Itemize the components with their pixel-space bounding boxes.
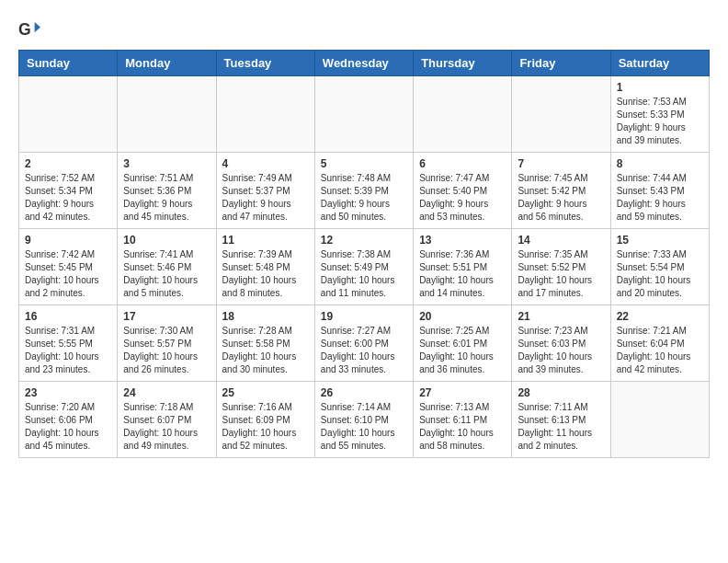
day-info: Sunrise: 7:30 AM Sunset: 5:57 PM Dayligh… [123, 325, 210, 376]
logo: G [18, 18, 44, 40]
day-number: 12 [321, 234, 407, 247]
day-info: Sunrise: 7:25 AM Sunset: 6:01 PM Dayligh… [419, 325, 506, 376]
day-info: Sunrise: 7:27 AM Sunset: 6:00 PM Dayligh… [321, 325, 407, 376]
calendar-cell: 4Sunrise: 7:49 AM Sunset: 5:37 PM Daylig… [216, 153, 314, 229]
day-number: 19 [321, 310, 407, 323]
day-info: Sunrise: 7:45 AM Sunset: 5:42 PM Dayligh… [518, 172, 604, 224]
svg-marker-1 [35, 22, 40, 32]
day-number: 26 [321, 386, 407, 399]
day-info: Sunrise: 7:47 AM Sunset: 5:40 PM Dayligh… [419, 172, 506, 224]
day-number: 14 [518, 234, 604, 247]
calendar-cell: 25Sunrise: 7:16 AM Sunset: 6:09 PM Dayli… [216, 382, 314, 458]
calendar-cell: 1Sunrise: 7:53 AM Sunset: 5:33 PM Daylig… [610, 76, 709, 153]
calendar-table: SundayMondayTuesdayWednesdayThursdayFrid… [18, 50, 710, 458]
day-info: Sunrise: 7:14 AM Sunset: 6:10 PM Dayligh… [321, 401, 407, 453]
calendar-cell: 28Sunrise: 7:11 AM Sunset: 6:13 PM Dayli… [512, 382, 610, 458]
calendar-cell [610, 382, 709, 458]
day-info: Sunrise: 7:35 AM Sunset: 5:52 PM Dayligh… [518, 248, 604, 300]
day-number: 7 [518, 157, 604, 170]
calendar-cell: 6Sunrise: 7:47 AM Sunset: 5:40 PM Daylig… [414, 153, 512, 229]
calendar-cell: 10Sunrise: 7:41 AM Sunset: 5:46 PM Dayli… [118, 229, 216, 305]
day-number: 2 [25, 157, 111, 170]
day-header-friday: Friday [512, 51, 610, 76]
calendar-cell: 18Sunrise: 7:28 AM Sunset: 5:58 PM Dayli… [216, 305, 314, 382]
day-info: Sunrise: 7:16 AM Sunset: 6:09 PM Dayligh… [222, 401, 309, 453]
header: G [18, 18, 710, 40]
calendar-cell: 20Sunrise: 7:25 AM Sunset: 6:01 PM Dayli… [414, 305, 512, 382]
day-header-sunday: Sunday [19, 51, 118, 76]
calendar-cell: 15Sunrise: 7:33 AM Sunset: 5:54 PM Dayli… [610, 229, 709, 305]
calendar-cell: 22Sunrise: 7:21 AM Sunset: 6:04 PM Dayli… [610, 305, 709, 382]
calendar-cell: 9Sunrise: 7:42 AM Sunset: 5:45 PM Daylig… [19, 229, 118, 305]
day-info: Sunrise: 7:18 AM Sunset: 6:07 PM Dayligh… [123, 401, 210, 453]
day-info: Sunrise: 7:48 AM Sunset: 5:39 PM Dayligh… [321, 172, 407, 224]
day-number: 24 [123, 386, 210, 399]
calendar-cell: 26Sunrise: 7:14 AM Sunset: 6:10 PM Dayli… [314, 382, 413, 458]
calendar-week-row: 23Sunrise: 7:20 AM Sunset: 6:06 PM Dayli… [19, 382, 710, 458]
day-number: 22 [617, 310, 703, 323]
logo-icon: G [18, 18, 40, 40]
day-info: Sunrise: 7:53 AM Sunset: 5:33 PM Dayligh… [617, 96, 703, 147]
day-header-thursday: Thursday [414, 51, 512, 76]
day-info: Sunrise: 7:31 AM Sunset: 5:55 PM Dayligh… [25, 325, 111, 376]
day-info: Sunrise: 7:11 AM Sunset: 6:13 PM Dayligh… [518, 401, 604, 453]
day-info: Sunrise: 7:20 AM Sunset: 6:06 PM Dayligh… [25, 401, 111, 453]
calendar-cell: 14Sunrise: 7:35 AM Sunset: 5:52 PM Dayli… [512, 229, 610, 305]
calendar-cell [118, 76, 216, 153]
calendar-header-row: SundayMondayTuesdayWednesdayThursdayFrid… [19, 51, 710, 76]
day-number: 13 [419, 234, 506, 247]
calendar-cell [414, 76, 512, 153]
day-number: 6 [419, 157, 506, 170]
calendar-cell [512, 76, 610, 153]
calendar-cell [19, 76, 118, 153]
day-info: Sunrise: 7:51 AM Sunset: 5:36 PM Dayligh… [123, 172, 210, 224]
calendar-cell: 7Sunrise: 7:45 AM Sunset: 5:42 PM Daylig… [512, 153, 610, 229]
day-number: 3 [123, 157, 210, 170]
day-number: 18 [222, 310, 309, 323]
day-number: 25 [222, 386, 309, 399]
day-number: 16 [25, 310, 111, 323]
day-header-wednesday: Wednesday [314, 51, 413, 76]
day-info: Sunrise: 7:28 AM Sunset: 5:58 PM Dayligh… [222, 325, 309, 376]
day-info: Sunrise: 7:42 AM Sunset: 5:45 PM Dayligh… [25, 248, 111, 300]
calendar-cell: 8Sunrise: 7:44 AM Sunset: 5:43 PM Daylig… [610, 153, 709, 229]
day-header-tuesday: Tuesday [216, 51, 314, 76]
calendar-cell [216, 76, 314, 153]
day-number: 11 [222, 234, 309, 247]
calendar-cell: 21Sunrise: 7:23 AM Sunset: 6:03 PM Dayli… [512, 305, 610, 382]
calendar-cell [314, 76, 413, 153]
day-number: 17 [123, 310, 210, 323]
day-number: 4 [222, 157, 309, 170]
day-info: Sunrise: 7:33 AM Sunset: 5:54 PM Dayligh… [617, 248, 703, 300]
day-info: Sunrise: 7:13 AM Sunset: 6:11 PM Dayligh… [419, 401, 506, 453]
svg-text:G: G [18, 20, 31, 39]
day-info: Sunrise: 7:23 AM Sunset: 6:03 PM Dayligh… [518, 325, 604, 376]
day-info: Sunrise: 7:38 AM Sunset: 5:49 PM Dayligh… [321, 248, 407, 300]
calendar-cell: 24Sunrise: 7:18 AM Sunset: 6:07 PM Dayli… [118, 382, 216, 458]
day-number: 15 [617, 234, 703, 247]
day-number: 27 [419, 386, 506, 399]
day-number: 21 [518, 310, 604, 323]
day-info: Sunrise: 7:41 AM Sunset: 5:46 PM Dayligh… [123, 248, 210, 300]
calendar-cell: 23Sunrise: 7:20 AM Sunset: 6:06 PM Dayli… [19, 382, 118, 458]
calendar-cell: 12Sunrise: 7:38 AM Sunset: 5:49 PM Dayli… [314, 229, 413, 305]
day-number: 5 [321, 157, 407, 170]
day-number: 20 [419, 310, 506, 323]
day-number: 28 [518, 386, 604, 399]
calendar-week-row: 1Sunrise: 7:53 AM Sunset: 5:33 PM Daylig… [19, 76, 710, 153]
day-number: 9 [25, 234, 111, 247]
day-info: Sunrise: 7:49 AM Sunset: 5:37 PM Dayligh… [222, 172, 309, 224]
day-number: 8 [617, 157, 703, 170]
day-info: Sunrise: 7:52 AM Sunset: 5:34 PM Dayligh… [25, 172, 111, 224]
day-info: Sunrise: 7:21 AM Sunset: 6:04 PM Dayligh… [617, 325, 703, 376]
calendar-cell: 27Sunrise: 7:13 AM Sunset: 6:11 PM Dayli… [414, 382, 512, 458]
day-number: 1 [617, 81, 703, 94]
day-number: 23 [25, 386, 111, 399]
calendar-cell: 16Sunrise: 7:31 AM Sunset: 5:55 PM Dayli… [19, 305, 118, 382]
calendar-cell: 11Sunrise: 7:39 AM Sunset: 5:48 PM Dayli… [216, 229, 314, 305]
calendar-cell: 5Sunrise: 7:48 AM Sunset: 5:39 PM Daylig… [314, 153, 413, 229]
day-info: Sunrise: 7:44 AM Sunset: 5:43 PM Dayligh… [617, 172, 703, 224]
calendar-cell: 19Sunrise: 7:27 AM Sunset: 6:00 PM Dayli… [314, 305, 413, 382]
day-info: Sunrise: 7:39 AM Sunset: 5:48 PM Dayligh… [222, 248, 309, 300]
day-number: 10 [123, 234, 210, 247]
